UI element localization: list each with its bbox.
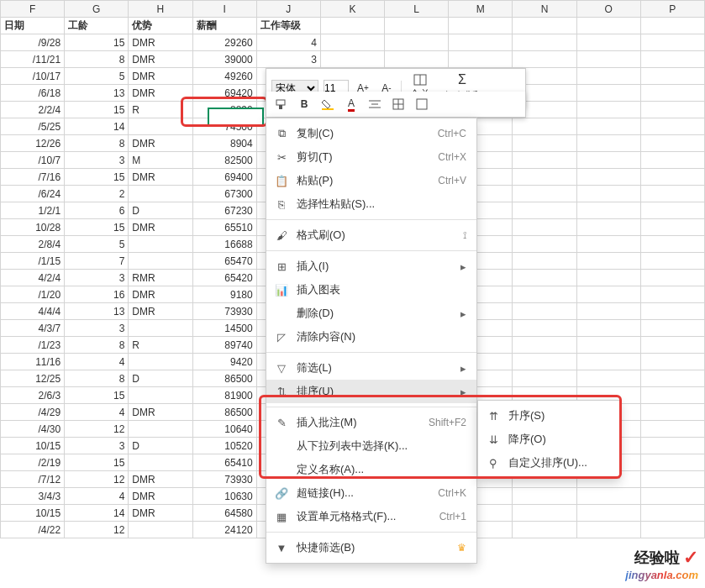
cell[interactable]: 3/4/3 bbox=[1, 488, 65, 505]
cell[interactable]: 12 bbox=[65, 471, 129, 488]
cell[interactable]: 8 bbox=[65, 337, 129, 354]
header-cell[interactable]: 工作等级 bbox=[256, 18, 320, 34]
cell[interactable]: 4 bbox=[65, 354, 129, 370]
cell[interactable]: 49260 bbox=[192, 68, 256, 85]
cell[interactable] bbox=[513, 152, 576, 169]
menu-insert-chart[interactable]: 📊插入图表 bbox=[266, 278, 476, 302]
col-header-N[interactable]: N bbox=[513, 1, 576, 18]
border2-icon[interactable] bbox=[413, 95, 431, 113]
cell[interactable]: /10/7 bbox=[1, 152, 65, 169]
col-header-G[interactable]: G bbox=[65, 1, 129, 18]
cell[interactable] bbox=[576, 270, 640, 286]
menu-comment[interactable]: ✎插入批注(M)Shift+F2 bbox=[266, 411, 476, 434]
cell[interactable]: 4/2/4 bbox=[1, 270, 65, 286]
cell[interactable]: 67230 bbox=[192, 202, 256, 219]
cell[interactable] bbox=[640, 286, 704, 303]
cell[interactable] bbox=[640, 68, 704, 85]
cell[interactable] bbox=[129, 186, 192, 202]
cell[interactable] bbox=[640, 236, 704, 253]
cell[interactable]: 10630 bbox=[192, 488, 256, 505]
cell[interactable]: 65420 bbox=[192, 270, 256, 286]
cell[interactable] bbox=[129, 354, 192, 370]
cell[interactable]: DMR bbox=[129, 471, 192, 488]
cell[interactable] bbox=[129, 421, 192, 438]
border-icon[interactable] bbox=[389, 95, 408, 113]
cell[interactable] bbox=[513, 370, 576, 387]
cell[interactable]: 4 bbox=[65, 404, 129, 421]
col-header-F[interactable]: F bbox=[1, 1, 65, 18]
cell[interactable]: 10520 bbox=[192, 438, 256, 454]
cell[interactable] bbox=[576, 505, 640, 522]
cell[interactable]: 14500 bbox=[192, 320, 256, 337]
menu-paste-special[interactable]: ⎘选择性粘贴(S)... bbox=[266, 192, 476, 216]
cell[interactable] bbox=[576, 169, 640, 186]
cell[interactable] bbox=[320, 51, 384, 68]
cell[interactable] bbox=[513, 286, 576, 303]
cell[interactable]: DMR bbox=[129, 34, 192, 51]
menu-clear[interactable]: ◸清除内容(N) bbox=[266, 325, 476, 349]
cell[interactable] bbox=[385, 34, 449, 51]
cell[interactable]: /11/21 bbox=[1, 51, 65, 68]
cell[interactable] bbox=[513, 202, 576, 219]
cell[interactable] bbox=[640, 354, 704, 370]
submenu-desc[interactable]: ⇊降序(O) bbox=[478, 428, 619, 451]
menu-format-cells[interactable]: ▦设置单元格格式(F)...Ctrl+1 bbox=[266, 505, 476, 528]
cell[interactable]: R bbox=[129, 102, 192, 118]
cell[interactable] bbox=[513, 270, 576, 286]
menu-delete[interactable]: 删除(D)▸ bbox=[266, 302, 476, 325]
cell[interactable]: 74500 bbox=[192, 118, 256, 135]
header-cell[interactable] bbox=[640, 18, 704, 34]
cell[interactable] bbox=[576, 85, 640, 102]
submenu-custom[interactable]: ⚲自定义排序(U)... bbox=[478, 451, 619, 475]
col-header-J[interactable]: J bbox=[256, 1, 320, 18]
cell[interactable]: DMR bbox=[129, 219, 192, 236]
cell[interactable]: M bbox=[129, 152, 192, 169]
cell[interactable]: /2/19 bbox=[1, 454, 65, 471]
cell[interactable] bbox=[576, 354, 640, 370]
col-header-I[interactable]: I bbox=[192, 1, 256, 18]
cell[interactable]: 16 bbox=[65, 286, 129, 303]
cell[interactable]: 1/2/1 bbox=[1, 202, 65, 219]
cell[interactable]: DMR bbox=[129, 286, 192, 303]
cell[interactable] bbox=[513, 303, 576, 320]
cell[interactable] bbox=[513, 186, 576, 202]
col-header-P[interactable]: P bbox=[640, 1, 704, 18]
cell[interactable]: 69420 bbox=[192, 85, 256, 102]
cell[interactable] bbox=[513, 354, 576, 370]
cell[interactable] bbox=[449, 34, 513, 51]
menu-insert[interactable]: ⊞插入(I)▸ bbox=[266, 255, 476, 278]
cell[interactable]: 3 bbox=[256, 51, 320, 68]
header-cell[interactable] bbox=[449, 18, 513, 34]
cell[interactable] bbox=[513, 34, 576, 51]
cell[interactable]: RMR bbox=[129, 270, 192, 286]
cell[interactable] bbox=[640, 219, 704, 236]
cell[interactable]: /1/15 bbox=[1, 253, 65, 270]
cell[interactable] bbox=[576, 253, 640, 270]
cell[interactable]: 10/15 bbox=[1, 438, 65, 454]
cell[interactable] bbox=[129, 454, 192, 471]
cell[interactable] bbox=[576, 337, 640, 354]
cell[interactable]: 6 bbox=[65, 202, 129, 219]
cell[interactable] bbox=[640, 404, 704, 421]
cell[interactable]: 5 bbox=[65, 236, 129, 253]
cell[interactable]: DMR bbox=[129, 135, 192, 152]
cell[interactable]: 4/3/7 bbox=[1, 320, 65, 337]
cell[interactable]: 13 bbox=[65, 303, 129, 320]
cell[interactable] bbox=[129, 387, 192, 404]
cell[interactable]: 86500 bbox=[192, 370, 256, 387]
cell[interactable]: 65410 bbox=[192, 454, 256, 471]
cell[interactable] bbox=[129, 236, 192, 253]
cell[interactable] bbox=[576, 236, 640, 253]
cell[interactable]: 15 bbox=[65, 102, 129, 118]
font-color-icon[interactable]: A bbox=[342, 95, 360, 113]
cell[interactable]: 3 bbox=[65, 270, 129, 286]
cell[interactable]: 4/4/4 bbox=[1, 303, 65, 320]
cell[interactable] bbox=[513, 135, 576, 152]
cell[interactable]: 9420 bbox=[192, 354, 256, 370]
bold-icon[interactable]: B bbox=[295, 95, 313, 113]
cell[interactable] bbox=[576, 522, 640, 538]
header-cell[interactable] bbox=[513, 18, 576, 34]
menu-cut[interactable]: ✂剪切(T)Ctrl+X bbox=[266, 145, 476, 169]
cell[interactable]: 15 bbox=[65, 454, 129, 471]
cell[interactable]: /4/22 bbox=[1, 522, 65, 538]
